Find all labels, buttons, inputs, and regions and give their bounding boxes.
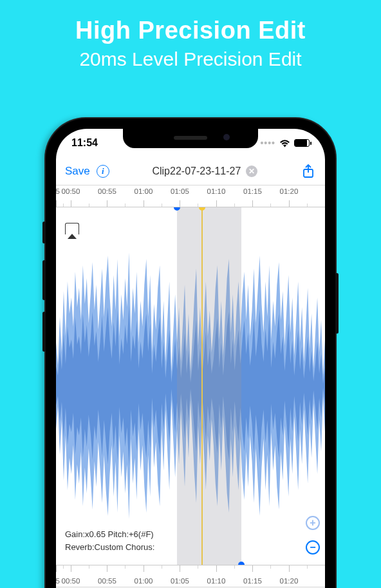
waveform-area[interactable]: Gain:x0.65 Pitch:+6(#F) Reverb:Custom Ch… — [56, 207, 325, 565]
phone-frame: 11:54 •••• Save i Clip22-07-23-11-27 ✕ :… — [46, 119, 335, 588]
status-time: 11:54 — [71, 137, 98, 149]
promo-title: High Precision Edit — [0, 17, 381, 44]
wifi-icon — [279, 139, 290, 147]
save-button[interactable]: Save — [65, 165, 90, 178]
fx-readout: Gain:x0.65 Pitch:+6(#F) Reverb:Custom Ch… — [65, 528, 154, 553]
selection-range[interactable] — [177, 207, 241, 565]
info-icon[interactable]: i — [97, 165, 109, 178]
cellular-icon: •••• — [260, 138, 275, 148]
zoom-in-button[interactable]: + — [306, 516, 320, 530]
battery-icon — [294, 139, 310, 147]
airplay-icon[interactable] — [65, 223, 79, 234]
clip-title[interactable]: Clip22-07-23-11-27 — [152, 166, 241, 177]
playhead[interactable] — [201, 207, 203, 565]
timeline-ruler-top[interactable]: :45 00:50 00:55 01:00 01:05 01:10 01:15 … — [56, 185, 325, 207]
share-icon[interactable] — [301, 164, 316, 179]
promo-subtitle: 20ms Level Precision Edit — [0, 48, 381, 70]
zoom-out-button[interactable]: − — [306, 540, 320, 555]
phone-notch — [123, 129, 258, 148]
header-bar: Save i Clip22-07-23-11-27 ✕ — [56, 157, 325, 185]
clear-title-icon[interactable]: ✕ — [246, 166, 257, 177]
timeline-ruler-bottom[interactable]: :45 00:50 00:55 01:00 01:05 01:10 01:15 … — [56, 565, 325, 587]
